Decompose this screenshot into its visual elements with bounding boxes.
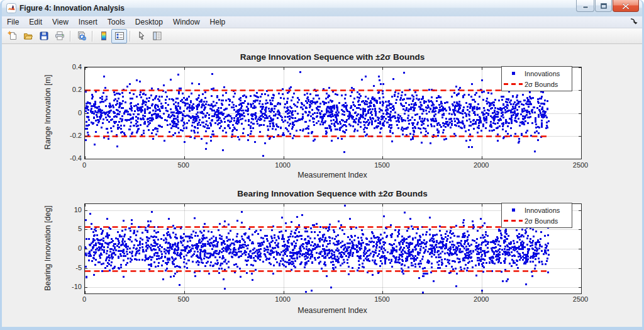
link-plot-icon [77,31,87,41]
menu-bar: File Edit View Insert Tools Desktop Wind… [2,16,642,28]
y-tick-label: 0.4 [72,63,82,71]
cursor-arrow-icon [136,31,147,41]
legend-label: Innovations [525,207,560,214]
menu-help[interactable]: Help [205,17,231,27]
new-figure-button[interactable] [4,29,20,43]
legend-line-swatch [502,83,525,85]
close-button[interactable] [613,0,639,12]
toolbar-separator [70,31,71,42]
y-tick-label: -10 [72,283,82,290]
printer-icon [55,31,65,41]
legend-row-innovations: Innovations [502,205,572,215]
red-dashed-line-icon [504,220,523,222]
legend-line-swatch [502,220,525,222]
legend-label: Innovations [525,70,560,77]
toolbar-separator [130,31,131,42]
figure-toolbar [2,28,642,44]
top-plot-ylabel: Range Innovation [m] [43,60,52,164]
menu-insert[interactable]: Insert [74,17,103,27]
new-figure-icon [8,31,18,41]
edit-plot-button[interactable] [133,29,149,43]
legend-label: 2σ Bounds [525,217,558,225]
y-tick-label: -5 [75,264,82,271]
x-tick-label: 0 [82,295,86,303]
y-tick-label: 10 [74,206,82,213]
legend-row-bounds: 2σ Bounds [502,79,572,89]
window-controls [575,0,639,12]
save-floppy-icon [39,31,49,41]
x-tick-label: 2000 [474,295,489,303]
minimize-icon [582,3,589,9]
bottom-plot-x-tick-labels: 05001000150020002500 [84,295,580,304]
toolbar-separator [92,31,93,42]
legend-row-bounds: 2σ Bounds [502,215,572,226]
bottom-plot-y-tick-labels: 1050-5-10 [58,203,82,293]
x-tick-label: 1000 [275,161,290,169]
y-tick-label: 0.2 [72,86,82,93]
figure-canvas-area: Range Innovation Sequence with ±2σ Bound… [2,44,642,327]
matlab-figure-icon [6,3,16,13]
property-inspector-icon [152,31,162,41]
minimize-button[interactable] [576,0,594,12]
legend-icon [114,31,125,41]
blue-square-marker-icon [512,208,515,212]
x-tick-label: 1500 [374,161,389,169]
top-plot-title: Range Innovation Sequence with ±2σ Bound… [84,52,580,62]
x-tick-label: 500 [178,161,189,169]
top-plot-legend[interactable]: Innovations 2σ Bounds [501,66,572,91]
dock-figure-arrow-icon[interactable] [630,18,638,26]
close-icon [622,3,630,9]
legend-marker-swatch [502,208,525,212]
x-tick-label: 0 [82,161,86,169]
bottom-plot-legend[interactable]: Innovations 2σ Bounds [501,203,572,228]
open-folder-icon [23,31,33,41]
blue-square-marker-icon [512,72,515,75]
menu-edit[interactable]: Edit [24,17,47,27]
open-file-button[interactable] [20,29,36,43]
x-tick-label: 500 [178,295,189,303]
print-figure-button[interactable] [52,29,67,43]
maximize-icon [600,3,608,9]
legend-marker-swatch [502,72,525,75]
legend-row-innovations: Innovations [502,68,572,79]
legend-label: 2σ Bounds [525,81,558,88]
x-tick-label: 2500 [573,161,588,169]
top-plot-x-tick-labels: 05001000150020002500 [84,161,580,169]
maximize-button[interactable] [595,0,612,12]
top-plot-xlabel: Measurement Index [84,171,580,179]
y-tick-label: 0 [78,109,82,117]
y-tick-label: -0.2 [70,132,82,139]
y-tick-label: -0.4 [70,154,82,162]
title-bar[interactable]: Figure 4: Innovation Analysis [2,0,642,16]
bottom-plot-xlabel: Measurement Index [84,306,580,315]
insert-colorbar-button[interactable] [96,29,111,43]
window-title: Figure 4: Innovation Analysis [19,4,125,13]
menu-view[interactable]: View [47,17,74,27]
menu-tools[interactable]: Tools [103,17,130,27]
red-dashed-line-icon [504,83,523,85]
y-tick-label: 0 [78,244,82,252]
x-tick-label: 1500 [374,295,389,303]
save-figure-button[interactable] [36,29,52,43]
insert-legend-button[interactable] [111,29,127,43]
y-tick-label: 5 [78,225,82,232]
property-inspector-button[interactable] [149,29,165,43]
bottom-plot-title: Bearing Innovation Sequence with ±2σ Bou… [84,189,580,198]
colorbar-icon [99,31,109,41]
menu-desktop[interactable]: Desktop [130,17,168,27]
top-plot-y-tick-labels: 0.40.20-0.2-0.4 [58,67,82,158]
menu-file[interactable]: File [2,17,24,27]
menu-window[interactable]: Window [168,17,205,27]
link-plot-button[interactable] [74,29,89,43]
x-tick-label: 2500 [573,295,588,303]
x-tick-label: 2000 [474,161,489,169]
x-tick-label: 1000 [275,295,290,303]
figure-window: Figure 4: Innovation Analysis File Edit … [0,0,644,330]
bottom-plot-ylabel: Bearing Innovation [deg] [43,191,52,305]
